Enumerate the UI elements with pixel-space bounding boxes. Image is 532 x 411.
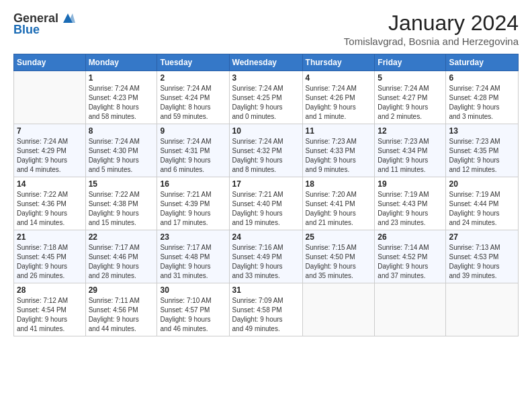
day-number: 3	[232, 73, 300, 83]
calendar-cell	[375, 283, 446, 336]
calendar-cell: 9Sunrise: 7:24 AM Sunset: 4:31 PM Daylig…	[157, 124, 229, 177]
day-number: 17	[232, 179, 300, 189]
day-number: 29	[89, 285, 154, 295]
day-info: Sunrise: 7:17 AM Sunset: 4:46 PM Dayligh…	[89, 243, 154, 281]
day-info: Sunrise: 7:22 AM Sunset: 4:38 PM Dayligh…	[89, 190, 154, 228]
day-number: 1	[89, 73, 154, 83]
day-info: Sunrise: 7:09 AM Sunset: 4:58 PM Dayligh…	[232, 296, 300, 334]
day-number: 15	[89, 179, 154, 189]
calendar-cell: 16Sunrise: 7:21 AM Sunset: 4:39 PM Dayli…	[157, 177, 229, 230]
day-info: Sunrise: 7:24 AM Sunset: 4:30 PM Dayligh…	[89, 137, 154, 175]
day-number: 7	[17, 126, 83, 136]
calendar-cell: 3Sunrise: 7:24 AM Sunset: 4:25 PM Daylig…	[229, 71, 302, 124]
week-row-2: 7Sunrise: 7:24 AM Sunset: 4:29 PM Daylig…	[14, 124, 519, 177]
day-number: 31	[232, 285, 300, 295]
day-number: 22	[89, 232, 154, 242]
day-info: Sunrise: 7:24 AM Sunset: 4:28 PM Dayligh…	[449, 84, 515, 122]
day-info: Sunrise: 7:21 AM Sunset: 4:40 PM Dayligh…	[232, 190, 300, 228]
logo-icon	[60, 11, 75, 26]
day-info: Sunrise: 7:11 AM Sunset: 4:56 PM Dayligh…	[89, 296, 154, 334]
weekday-header-thursday: Thursday	[302, 54, 375, 71]
day-info: Sunrise: 7:23 AM Sunset: 4:33 PM Dayligh…	[306, 137, 372, 175]
day-number: 26	[378, 232, 443, 242]
calendar-cell: 31Sunrise: 7:09 AM Sunset: 4:58 PM Dayli…	[229, 283, 302, 336]
day-number: 5	[378, 73, 443, 83]
week-row-1: 1Sunrise: 7:24 AM Sunset: 4:23 PM Daylig…	[14, 71, 519, 124]
day-number: 23	[160, 232, 226, 242]
day-number: 14	[17, 179, 83, 189]
title-block: January 2024 Tomislavgrad, Bosnia and He…	[344, 11, 519, 47]
calendar-cell	[14, 71, 86, 124]
day-info: Sunrise: 7:12 AM Sunset: 4:54 PM Dayligh…	[17, 296, 83, 334]
calendar-cell: 27Sunrise: 7:13 AM Sunset: 4:53 PM Dayli…	[446, 230, 519, 283]
weekday-header-friday: Friday	[375, 54, 446, 71]
day-number: 11	[306, 126, 372, 136]
day-info: Sunrise: 7:21 AM Sunset: 4:39 PM Dayligh…	[160, 190, 226, 228]
day-number: 20	[449, 179, 515, 189]
day-info: Sunrise: 7:24 AM Sunset: 4:26 PM Dayligh…	[306, 84, 372, 122]
day-info: Sunrise: 7:15 AM Sunset: 4:50 PM Dayligh…	[306, 243, 372, 281]
day-number: 8	[89, 126, 154, 136]
header: General Blue January 2024 Tomislavgrad, …	[13, 11, 519, 47]
calendar-cell: 12Sunrise: 7:23 AM Sunset: 4:34 PM Dayli…	[375, 124, 446, 177]
day-info: Sunrise: 7:24 AM Sunset: 4:24 PM Dayligh…	[160, 84, 226, 122]
day-number: 27	[449, 232, 515, 242]
day-info: Sunrise: 7:23 AM Sunset: 4:35 PM Dayligh…	[449, 137, 515, 175]
day-number: 28	[17, 285, 83, 295]
weekday-header-wednesday: Wednesday	[229, 54, 302, 71]
day-number: 4	[306, 73, 372, 83]
calendar-cell: 23Sunrise: 7:17 AM Sunset: 4:48 PM Dayli…	[157, 230, 229, 283]
day-number: 24	[232, 232, 300, 242]
calendar-cell: 17Sunrise: 7:21 AM Sunset: 4:40 PM Dayli…	[229, 177, 302, 230]
day-info: Sunrise: 7:24 AM Sunset: 4:23 PM Dayligh…	[89, 84, 154, 122]
calendar-cell	[302, 283, 375, 336]
day-number: 13	[449, 126, 515, 136]
calendar-cell: 15Sunrise: 7:22 AM Sunset: 4:38 PM Dayli…	[85, 177, 157, 230]
calendar-cell: 1Sunrise: 7:24 AM Sunset: 4:23 PM Daylig…	[85, 71, 157, 124]
week-row-5: 28Sunrise: 7:12 AM Sunset: 4:54 PM Dayli…	[14, 283, 519, 336]
day-number: 25	[306, 232, 372, 242]
day-info: Sunrise: 7:16 AM Sunset: 4:49 PM Dayligh…	[232, 243, 300, 281]
logo: General Blue	[13, 11, 75, 37]
day-info: Sunrise: 7:22 AM Sunset: 4:36 PM Dayligh…	[17, 190, 83, 228]
day-info: Sunrise: 7:24 AM Sunset: 4:29 PM Dayligh…	[17, 137, 83, 175]
day-info: Sunrise: 7:20 AM Sunset: 4:41 PM Dayligh…	[306, 190, 372, 228]
calendar-cell: 28Sunrise: 7:12 AM Sunset: 4:54 PM Dayli…	[14, 283, 86, 336]
calendar-cell: 7Sunrise: 7:24 AM Sunset: 4:29 PM Daylig…	[14, 124, 86, 177]
calendar-cell: 13Sunrise: 7:23 AM Sunset: 4:35 PM Dayli…	[446, 124, 519, 177]
weekday-header-saturday: Saturday	[446, 54, 519, 71]
day-number: 16	[160, 179, 226, 189]
calendar-cell: 19Sunrise: 7:19 AM Sunset: 4:43 PM Dayli…	[375, 177, 446, 230]
calendar-cell: 21Sunrise: 7:18 AM Sunset: 4:45 PM Dayli…	[14, 230, 86, 283]
calendar-header: SundayMondayTuesdayWednesdayThursdayFrid…	[14, 54, 519, 71]
calendar-cell: 29Sunrise: 7:11 AM Sunset: 4:56 PM Dayli…	[85, 283, 157, 336]
day-info: Sunrise: 7:23 AM Sunset: 4:34 PM Dayligh…	[378, 137, 443, 175]
day-info: Sunrise: 7:17 AM Sunset: 4:48 PM Dayligh…	[160, 243, 226, 281]
calendar-cell: 2Sunrise: 7:24 AM Sunset: 4:24 PM Daylig…	[157, 71, 229, 124]
calendar-cell: 20Sunrise: 7:19 AM Sunset: 4:44 PM Dayli…	[446, 177, 519, 230]
day-number: 9	[160, 126, 226, 136]
week-row-3: 14Sunrise: 7:22 AM Sunset: 4:36 PM Dayli…	[14, 177, 519, 230]
day-info: Sunrise: 7:10 AM Sunset: 4:57 PM Dayligh…	[160, 296, 226, 334]
day-info: Sunrise: 7:24 AM Sunset: 4:32 PM Dayligh…	[232, 137, 300, 175]
day-number: 21	[17, 232, 83, 242]
day-number: 12	[378, 126, 443, 136]
calendar-cell: 4Sunrise: 7:24 AM Sunset: 4:26 PM Daylig…	[302, 71, 375, 124]
location-subtitle: Tomislavgrad, Bosnia and Herzegovina	[344, 36, 519, 47]
calendar-cell: 10Sunrise: 7:24 AM Sunset: 4:32 PM Dayli…	[229, 124, 302, 177]
calendar-cell: 11Sunrise: 7:23 AM Sunset: 4:33 PM Dayli…	[302, 124, 375, 177]
calendar-cell: 22Sunrise: 7:17 AM Sunset: 4:46 PM Dayli…	[85, 230, 157, 283]
calendar-cell: 5Sunrise: 7:24 AM Sunset: 4:27 PM Daylig…	[375, 71, 446, 124]
calendar-cell: 14Sunrise: 7:22 AM Sunset: 4:36 PM Dayli…	[14, 177, 86, 230]
day-number: 19	[378, 179, 443, 189]
weekday-header-monday: Monday	[85, 54, 157, 71]
day-number: 10	[232, 126, 300, 136]
day-info: Sunrise: 7:19 AM Sunset: 4:43 PM Dayligh…	[378, 190, 443, 228]
day-info: Sunrise: 7:24 AM Sunset: 4:25 PM Dayligh…	[232, 84, 300, 122]
calendar-cell: 24Sunrise: 7:16 AM Sunset: 4:49 PM Dayli…	[229, 230, 302, 283]
calendar-cell: 18Sunrise: 7:20 AM Sunset: 4:41 PM Dayli…	[302, 177, 375, 230]
day-info: Sunrise: 7:24 AM Sunset: 4:27 PM Dayligh…	[378, 84, 443, 122]
day-number: 18	[306, 179, 372, 189]
calendar-cell	[446, 283, 519, 336]
day-number: 6	[449, 73, 515, 83]
